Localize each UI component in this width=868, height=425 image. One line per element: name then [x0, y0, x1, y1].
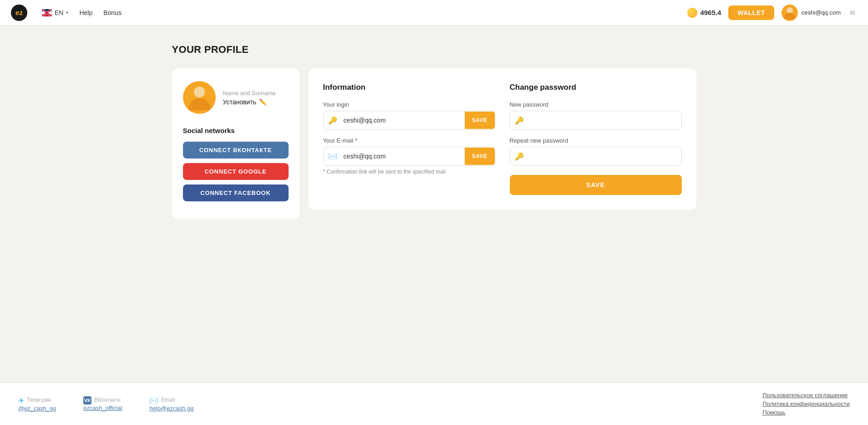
profile-grid: Name and Surname Установить ✏️ Social ne…: [172, 68, 696, 219]
profile-avatar: [183, 81, 216, 114]
login-label: Your login: [323, 101, 495, 108]
main-content: YOUR PROFILE Name and Surname Установить…: [161, 26, 707, 382]
lang-label: EN: [55, 9, 63, 16]
email-footer-value[interactable]: help@ezcash.gg: [149, 405, 193, 412]
connect-google-button[interactable]: CONNECT GOOGLE: [183, 163, 289, 180]
set-label: Установить: [223, 98, 256, 106]
footer-vk-title-row: VK ВКонтакте: [83, 396, 122, 405]
repeat-password-input[interactable]: [528, 147, 681, 165]
email-save-button[interactable]: SAVE: [465, 148, 495, 165]
left-card: Name and Surname Установить ✏️ Social ne…: [172, 68, 299, 219]
avatar-name-label: Name and Surname: [223, 90, 276, 97]
avatar-figure: [782, 5, 798, 21]
telegram-title: Телеграм: [27, 397, 51, 403]
nav-bonus[interactable]: Bonus: [103, 9, 122, 16]
login-input-wrap: 🔑 SAVE: [323, 111, 495, 130]
email-icon: ✉️: [324, 152, 342, 161]
footer-vk: VK ВКонтакте ezcash_official: [83, 396, 122, 411]
email-footer-icon: ✉️: [149, 396, 158, 405]
vk-value[interactable]: ezcash_official: [83, 405, 122, 411]
avatar-name-wrap: Name and Surname Установить ✏️: [223, 90, 276, 106]
info-title: Information: [323, 83, 495, 92]
avatar-section: Name and Surname Установить ✏️: [183, 81, 289, 114]
flag-icon: [42, 9, 52, 16]
footer-email: ✉️ Email help@ezcash.gg: [149, 396, 193, 412]
new-password-input[interactable]: [528, 111, 681, 129]
social-title: Social networks: [183, 127, 289, 134]
logo[interactable]: ez: [11, 5, 27, 21]
balance-display: 4965.4: [687, 8, 721, 18]
telegram-value[interactable]: @ez_cash_gg: [18, 405, 56, 412]
wallet-button[interactable]: WALLET: [728, 5, 774, 20]
repeat-password-label: Repeat new password: [510, 137, 682, 144]
footer-link-help[interactable]: Помощь: [762, 409, 850, 416]
repeat-password-key-icon: 🔑: [510, 152, 528, 161]
connect-facebook-button[interactable]: CONNECT FACEBOOK: [183, 184, 289, 201]
pencil-icon[interactable]: ✏️: [259, 98, 267, 106]
footer-telegram-title-row: ✈ Телеграм: [18, 396, 56, 405]
right-card: Information Your login 🔑 SAVE Your E-mai…: [309, 68, 696, 210]
avatar: [782, 5, 798, 21]
key-icon: 🔑: [324, 116, 342, 125]
footer-email-title-row: ✉️ Email: [149, 396, 193, 405]
login-input[interactable]: [342, 111, 465, 129]
save-password-button[interactable]: SAVE: [510, 175, 682, 195]
email-input-wrap: ✉️ SAVE: [323, 147, 495, 166]
header-right: 4965.4 WALLET ceshi@qq.com ✉: [687, 5, 857, 21]
right-card-inner: Information Your login 🔑 SAVE Your E-mai…: [323, 83, 682, 195]
coin-icon: [687, 8, 697, 18]
page-title: YOUR PROFILE: [172, 44, 696, 56]
login-save-button[interactable]: SAVE: [465, 112, 495, 129]
mail-icon[interactable]: ✉: [848, 8, 857, 17]
chevron-down-icon: ▾: [66, 10, 68, 15]
new-password-label: New password: [510, 101, 682, 108]
footer-telegram: ✈ Телеграм @ez_cash_gg: [18, 396, 56, 412]
user-avatar-wrap[interactable]: ceshi@qq.com: [782, 5, 841, 21]
user-email-display: ceshi@qq.com: [802, 9, 841, 16]
telegram-icon: ✈: [18, 396, 24, 405]
avatar-set-row: Установить ✏️: [223, 98, 276, 106]
email-input[interactable]: [342, 147, 465, 165]
header: ez EN ▾ Help Bonus 4965.4 WALLET ceshi@q…: [0, 0, 868, 26]
confirmation-note: * Confirmation link will be sent to the …: [323, 169, 495, 175]
logo-text: ez: [15, 9, 23, 16]
footer-link-privacy[interactable]: Политика конфиденциальности: [762, 400, 850, 407]
vk-icon: VK: [83, 396, 91, 405]
change-password-title: Change password: [510, 83, 682, 92]
repeat-password-wrap: 🔑: [510, 147, 682, 166]
footer-links: Пользовательское соглашение Политика кон…: [762, 392, 850, 416]
connect-vk-button[interactable]: CONNECT ВКОНТАКТЕ: [183, 142, 289, 159]
language-selector[interactable]: EN ▾: [42, 9, 68, 16]
password-section: Change password New password 🔑 Repeat ne…: [510, 83, 682, 195]
info-section: Information Your login 🔑 SAVE Your E-mai…: [323, 83, 495, 195]
new-password-wrap: 🔑: [510, 111, 682, 130]
nav-help[interactable]: Help: [79, 9, 92, 16]
main-nav: Help Bonus: [79, 9, 122, 16]
footer-link-terms[interactable]: Пользовательское соглашение: [762, 392, 850, 399]
vk-title: ВКонтакте: [94, 397, 121, 403]
new-password-key-icon: 🔑: [510, 116, 528, 125]
email-footer-title: Email: [161, 397, 175, 403]
footer: ✈ Телеграм @ez_cash_gg VK ВКонтакте ezca…: [0, 382, 868, 425]
email-label: Your E-mail *: [323, 137, 495, 144]
balance-value: 4965.4: [700, 9, 721, 16]
